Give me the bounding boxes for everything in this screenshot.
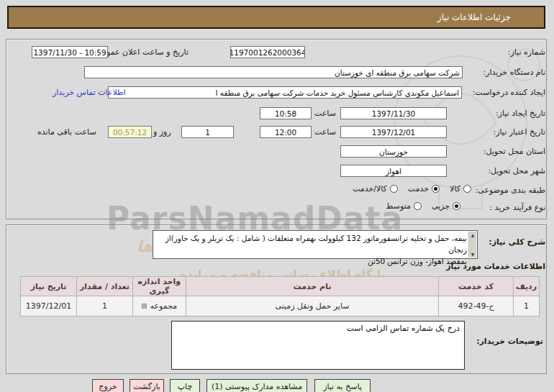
process-option-minor[interactable]: جزیی [432, 201, 460, 211]
process-type-radio-group: جزیی متوسط [386, 201, 460, 211]
category-radio-group: کالا خدمت کالا/خدمت [353, 184, 471, 193]
col-unit: واحد اندازه گیری [132, 277, 186, 296]
create-date-label: تاریخ ایجاد نیاز: [496, 109, 545, 118]
cell-code: ح-49-492 [439, 296, 514, 316]
print-button[interactable]: چاپ [170, 379, 200, 392]
col-qty: تعداد / مقدار [77, 277, 133, 296]
services-header-row: ردیف کد خدمت نام خدمت واحد اندازه گیری ت… [21, 277, 540, 296]
back-button[interactable]: بازگشت [130, 379, 164, 392]
exit-button[interactable]: خروج [92, 379, 124, 392]
process-option-medium[interactable]: متوسط [386, 201, 422, 211]
radio-icon[interactable] [390, 185, 398, 193]
city-field[interactable]: اهواز [340, 165, 447, 177]
category-option-service[interactable]: خدمت [408, 184, 440, 193]
col-name: نام خدمت [186, 277, 438, 296]
description-label: شرح کلی نیاز: [489, 237, 545, 247]
col-row-no: ردیف [514, 277, 540, 296]
radio-label: کالا/خدمت [353, 184, 387, 193]
cell-qty: 1 [77, 296, 133, 316]
scroll-up-icon[interactable]: ▲ [471, 232, 475, 237]
page-title-bar: جزئیات اطلاعات نیاز [7, 6, 545, 29]
expire-date-label: تاریخ اعتبار نیاز: [493, 127, 545, 137]
expire-date-field[interactable]: 1397/12/01 [340, 126, 447, 138]
remaining-days-label: روز و [153, 127, 171, 137]
category-option-goods[interactable]: کالا [450, 184, 471, 193]
cell-unit: مجموعه [132, 296, 186, 316]
description-line2: بمقصد اهواز- وزن ترانس 50تن [156, 255, 467, 267]
buyer-notes-box[interactable]: درج یک شماره تماس الزامی است [171, 321, 465, 370]
create-time-field[interactable]: 10:58 [260, 107, 312, 119]
cell-name: سایر حمل ونقل زمینی [186, 296, 438, 316]
radio-label: کالا [450, 184, 460, 193]
create-date-field[interactable]: 1397/11/30 [340, 107, 447, 119]
table-row[interactable]: 1 ح-49-492 سایر حمل ونقل زمینی مجموعه 1 … [21, 296, 540, 316]
view-attachments-button[interactable]: مشاهده مدارک پیوستی (1) [206, 379, 307, 392]
announce-datetime-field[interactable]: 10:59 - 1397/11/30 [32, 46, 108, 58]
remaining-suffix-label: ساعت باقی مانده [37, 127, 96, 137]
cell-need-date: 1397/12/01 [21, 296, 77, 316]
province-label: استان محل تحویل: [483, 147, 545, 156]
description-textarea[interactable]: بیمه، حمل و تخلیه ترانسفورماتور 132 کیلو… [153, 230, 478, 259]
need-details-page: { "title": "جزئیات اطلاعات نیاز", "color… [0, 0, 554, 392]
col-need-date: تاریخ نیاز [21, 277, 77, 296]
buyer-contact-link[interactable]: اطلاعات تماس خریدار [53, 88, 126, 97]
remaining-days-field[interactable]: 1 [181, 126, 234, 138]
cell-row-no: 1 [514, 296, 540, 316]
request-creator-label: ایجاد کننده درخواست: [473, 88, 545, 97]
province-field[interactable]: خوزستان [340, 145, 447, 158]
radio-label: خدمت [408, 184, 429, 193]
textarea-scrollbar[interactable]: ▲ ▼ [468, 232, 476, 257]
radio-icon[interactable] [463, 185, 471, 193]
buyer-notes-label: توضیحات خریدار: [476, 337, 543, 346]
services-section-title: اطلاعات خدمات مورد نیاز [446, 262, 545, 271]
radio-label: جزیی [432, 201, 450, 211]
radio-icon[interactable] [453, 202, 460, 210]
process-type-label: نوع فرآیند خرید : [489, 203, 545, 212]
buyer-org-field[interactable]: شرکت سهامی برق منطقه ای خوزستان [84, 66, 463, 78]
radio-label: متوسط [386, 201, 411, 211]
respond-to-need-button[interactable]: پاسخ به نیاز [314, 379, 371, 392]
scroll-down-icon[interactable]: ▼ [471, 252, 475, 257]
request-creator-field[interactable]: اسماعیل مکوندی کارشناس مسئول خرید خدمات … [108, 86, 462, 99]
expire-time-label: ساعت [314, 127, 336, 137]
description-line1: بیمه، حمل و تخلیه ترانسفورماتور 132 کیلو… [156, 232, 467, 255]
col-code: کد خدمت [439, 277, 514, 296]
category-option-goods-service[interactable]: کالا/خدمت [353, 184, 398, 193]
unit-info-icon[interactable] [142, 304, 147, 309]
expire-time-field[interactable]: 12:00 [260, 126, 312, 138]
buyer-org-label: نام دستگاه خریدار: [483, 68, 545, 77]
need-number-field[interactable]: 1197001262000364 [230, 46, 305, 58]
radio-icon[interactable] [414, 202, 422, 210]
need-number-label: شماره نیاز: [508, 47, 545, 57]
remaining-countdown: 00:57:12 [108, 126, 152, 138]
category-label: طبقه بندی موضوعی: [476, 186, 545, 195]
unit-value: مجموعه [150, 301, 178, 311]
create-time-label: ساعت [314, 109, 336, 118]
radio-icon[interactable] [432, 185, 440, 193]
page-title: جزئیات اطلاعات نیاز [437, 12, 511, 22]
services-table: ردیف کد خدمت نام خدمت واحد اندازه گیری ت… [20, 276, 540, 316]
city-label: شهر محل تحویل: [488, 166, 545, 176]
